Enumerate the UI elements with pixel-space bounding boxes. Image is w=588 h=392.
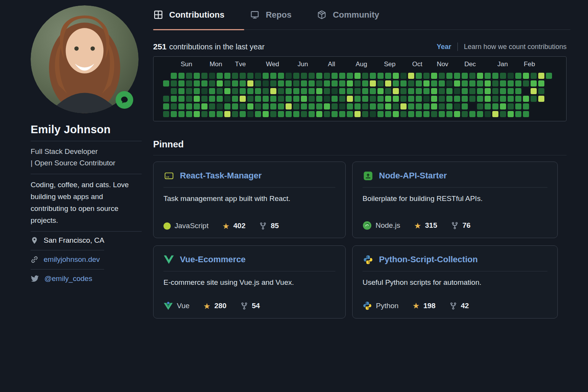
- contribution-cell[interactable]: [362, 111, 368, 117]
- contribution-cell[interactable]: [201, 103, 207, 109]
- contribution-cell[interactable]: [194, 80, 200, 87]
- fork-count[interactable]: 42: [449, 302, 469, 310]
- contribution-cell[interactable]: [423, 80, 430, 87]
- contribution-cell[interactable]: [201, 88, 207, 94]
- contribution-cell[interactable]: [400, 73, 407, 79]
- contribution-cell[interactable]: [408, 111, 414, 117]
- contribution-cell[interactable]: [201, 111, 207, 117]
- contribution-cell[interactable]: [240, 88, 246, 94]
- contribution-cell[interactable]: [408, 96, 414, 102]
- contribution-cell[interactable]: [209, 103, 215, 109]
- contribution-cell[interactable]: [163, 96, 169, 102]
- contribution-cell[interactable]: [316, 80, 322, 87]
- contribution-cell[interactable]: [309, 73, 315, 79]
- contribution-cell[interactable]: [324, 80, 330, 87]
- contribution-cell[interactable]: [492, 103, 498, 109]
- contribution-cell[interactable]: [171, 111, 177, 117]
- contribution-cell[interactable]: [370, 96, 376, 102]
- contribution-cell[interactable]: [332, 73, 338, 79]
- contribution-cell[interactable]: [301, 88, 307, 94]
- contribution-cell[interactable]: [186, 88, 192, 94]
- contribution-cell[interactable]: [423, 73, 430, 79]
- learn-link[interactable]: Learn how we count contributions: [464, 43, 567, 51]
- contribution-cell[interactable]: [286, 88, 292, 94]
- contribution-cell[interactable]: [385, 111, 391, 117]
- contribution-cell[interactable]: [416, 103, 422, 109]
- contribution-cell[interactable]: [431, 96, 437, 102]
- contribution-cell[interactable]: [240, 96, 246, 102]
- contribution-cell[interactable]: [416, 88, 422, 94]
- contribution-cell[interactable]: [377, 96, 384, 102]
- contribution-cell[interactable]: [439, 80, 445, 87]
- contribution-cell[interactable]: [508, 103, 514, 109]
- contribution-cell[interactable]: [362, 96, 368, 102]
- contribution-cell[interactable]: [431, 111, 437, 117]
- contribution-cell[interactable]: [201, 80, 207, 87]
- contribution-cell[interactable]: [316, 88, 322, 94]
- contribution-cell[interactable]: [171, 88, 177, 94]
- contribution-cell[interactable]: [286, 80, 292, 87]
- contribution-cell[interactable]: [186, 96, 192, 102]
- contribution-cell[interactable]: [446, 103, 452, 109]
- tab-community[interactable]: Community: [317, 10, 379, 20]
- contribution-cell[interactable]: [301, 96, 307, 102]
- contribution-cell[interactable]: [339, 103, 345, 109]
- star-count[interactable]: ★ 402: [222, 222, 246, 230]
- contribution-cell[interactable]: [240, 103, 246, 109]
- contribution-cell[interactable]: [171, 103, 177, 109]
- contribution-cell[interactable]: [255, 73, 261, 79]
- contribution-cell[interactable]: [454, 73, 460, 79]
- contribution-cell[interactable]: [523, 80, 529, 87]
- contribution-cell[interactable]: [462, 73, 468, 79]
- contribution-cell[interactable]: [385, 96, 391, 102]
- contribution-cell[interactable]: [385, 73, 391, 79]
- contribution-cell[interactable]: [462, 111, 468, 117]
- contribution-cell[interactable]: [316, 111, 322, 117]
- contribution-cell[interactable]: [492, 96, 498, 102]
- contribution-cell[interactable]: [247, 80, 253, 87]
- contribution-cell[interactable]: [163, 103, 169, 109]
- contribution-cell[interactable]: [485, 103, 491, 109]
- contribution-cell[interactable]: [194, 103, 200, 109]
- contribution-cell[interactable]: [163, 80, 169, 87]
- contribution-cell[interactable]: [462, 103, 468, 109]
- contribution-cell[interactable]: [431, 80, 437, 87]
- contribution-cell[interactable]: [531, 73, 537, 79]
- contribution-cell[interactable]: [339, 111, 345, 117]
- contribution-cell[interactable]: [416, 73, 422, 79]
- contribution-cell[interactable]: [339, 96, 345, 102]
- contribution-cell[interactable]: [324, 111, 330, 117]
- contribution-cell[interactable]: [247, 96, 253, 102]
- contribution-cell[interactable]: [523, 111, 529, 117]
- contribution-cell[interactable]: [347, 80, 353, 87]
- contribution-cell[interactable]: [263, 80, 269, 87]
- repo-link[interactable]: Python-Script-Collection: [379, 255, 478, 265]
- contribution-cell[interactable]: [462, 96, 468, 102]
- contribution-cell[interactable]: [446, 73, 452, 79]
- fork-count[interactable]: 76: [451, 221, 470, 230]
- contribution-cell[interactable]: [431, 88, 437, 94]
- contribution-cell[interactable]: [186, 111, 192, 117]
- contribution-cell[interactable]: [508, 96, 514, 102]
- contribution-cell[interactable]: [462, 80, 468, 87]
- contribution-cell[interactable]: [217, 88, 223, 94]
- contribution-cell[interactable]: [538, 96, 544, 102]
- contribution-cell[interactable]: [385, 103, 391, 109]
- contribution-cell[interactable]: [286, 73, 292, 79]
- contribution-cell[interactable]: [232, 96, 238, 102]
- contribution-cell[interactable]: [324, 73, 330, 79]
- contribution-cell[interactable]: [393, 103, 399, 109]
- fork-count[interactable]: 85: [259, 222, 279, 230]
- contribution-cell[interactable]: [347, 103, 353, 109]
- contribution-cell[interactable]: [232, 111, 238, 117]
- contribution-cell[interactable]: [400, 80, 407, 87]
- contribution-cell[interactable]: [224, 88, 230, 94]
- contribution-cell[interactable]: [408, 88, 414, 94]
- contribution-cell[interactable]: [469, 88, 475, 94]
- contribution-cell[interactable]: [209, 111, 215, 117]
- contribution-cell[interactable]: [362, 73, 368, 79]
- contribution-cell[interactable]: [454, 80, 460, 87]
- repo-link[interactable]: Node-API-Starter: [379, 171, 447, 181]
- contribution-cell[interactable]: [385, 80, 391, 87]
- contribution-cell[interactable]: [446, 111, 452, 117]
